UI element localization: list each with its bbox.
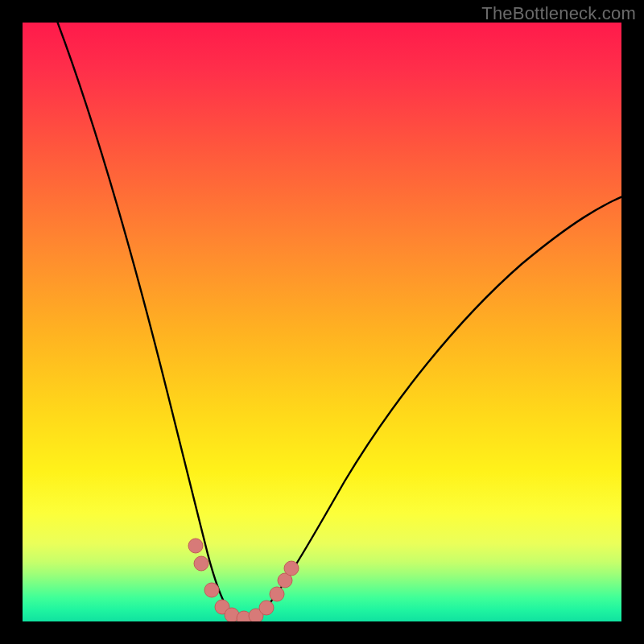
chart-frame: TheBottleneck.com [0,0,644,644]
left-curve [52,23,244,620]
marker-dot [194,556,208,571]
marker-dot [284,561,299,576]
curve-layer [23,23,621,621]
marker-dot [270,587,284,601]
right-curve [244,192,621,620]
marker-dot [204,583,219,597]
marker-group [188,539,299,621]
marker-dot [259,601,274,615]
marker-dot [188,539,203,553]
plot-area [23,23,621,621]
watermark-text: TheBottleneck.com [481,3,636,24]
